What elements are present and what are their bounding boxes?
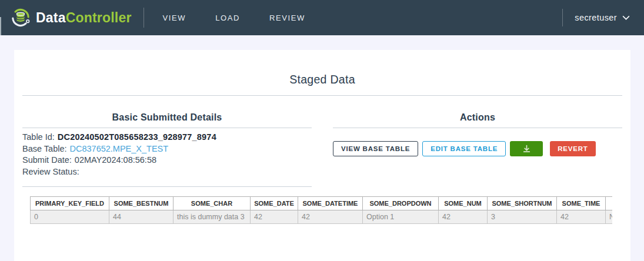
revert-button[interactable]: REVERT [550, 141, 595, 156]
column-header: __ [606, 196, 613, 210]
column-header: SOME_BESTNUM [109, 196, 173, 210]
column-header: SOME_DATE [251, 196, 298, 210]
page-title: Staged Data [22, 50, 622, 87]
actions-section: Actions VIEW BASE TABLE EDIT BASE TABLE … [333, 96, 622, 156]
detail-row-review-status: Review Status: [22, 166, 312, 178]
column-header: SOME_CHAR [173, 196, 251, 210]
navbar-divider [144, 8, 144, 28]
actions-heading: Actions [333, 111, 622, 123]
table-cell[interactable]: 42 [298, 210, 363, 223]
detail-row-submit-date: Submit Date:02MAY2024:08:56:58 [22, 155, 312, 166]
table-cell[interactable]: 0 [31, 210, 109, 223]
nav-item-review[interactable]: REVIEW [268, 11, 306, 25]
user-menu-trigger[interactable]: secretuser [575, 13, 630, 22]
detail-row-table-id: Table Id:DC20240502T085658233_928977_897… [22, 132, 312, 143]
column-header: SOME_NUM [439, 196, 488, 210]
two-column-section: Basic Submitted Details Table Id:DC20240… [22, 96, 622, 187]
submit-date-value: 02MAY2024:08:56:58 [75, 155, 156, 165]
table-header-row: PRIMARY_KEY_FIELDSOME_BESTNUMSOME_CHARSO… [31, 196, 613, 210]
staged-data-table-container: PRIMARY_KEY_FIELDSOME_BESTNUMSOME_CHARSO… [30, 196, 612, 224]
column-header: PRIMARY_KEY_FIELD [31, 196, 109, 210]
table-cell[interactable]: Option 1 [363, 210, 439, 223]
details-bottom-divider [22, 186, 312, 187]
detail-row-base-table: Base Table:DC837652.MPE_X_TEST [22, 143, 312, 155]
column-header: SOME_DROPDOWN [363, 196, 439, 210]
brand-home-link[interactable]: DataController [0, 8, 132, 28]
detail-label: Review Status: [22, 167, 79, 176]
database-sync-icon [11, 8, 31, 28]
view-base-table-button[interactable]: VIEW BASE TABLE [333, 141, 418, 156]
column-header: SOME_DATETIME [298, 196, 363, 210]
details-heading: Basic Submitted Details [22, 111, 312, 123]
content-card: Staged Data Basic Submitted Details Tabl… [14, 50, 630, 261]
nav-item-load[interactable]: LOAD [214, 11, 241, 25]
table-cell[interactable]: N [606, 210, 613, 223]
table-cell[interactable]: 42 [557, 210, 606, 223]
detail-label: Submit Date: [22, 155, 72, 165]
table-cell[interactable]: 42 [439, 210, 488, 223]
window-edge-line [0, 17, 1, 35]
table-cell[interactable]: this is dummy data 3 [173, 210, 251, 223]
details-list: Table Id:DC20240502T085658233_928977_897… [22, 132, 312, 178]
username-label: secretuser [575, 13, 617, 22]
table-cell[interactable]: 42 [251, 210, 298, 223]
base-table-link[interactable]: DC837652.MPE_X_TEST [70, 144, 169, 153]
download-button[interactable] [510, 141, 543, 156]
main-nav: VIEW LOAD REVIEW [162, 11, 306, 25]
actions-heading-divider [333, 128, 622, 128]
details-heading-divider [22, 128, 312, 128]
table-cell[interactable]: 44 [109, 210, 173, 223]
download-icon [522, 144, 532, 153]
navbar-user-divider [562, 9, 563, 26]
detail-label: Base Table: [22, 144, 67, 153]
detail-label: Table Id: [22, 132, 55, 142]
submitted-details-section: Basic Submitted Details Table Id:DC20240… [22, 96, 312, 187]
column-header: SOME_SHORTNUM [488, 196, 557, 210]
table-id-value: DC20240502T085658233_928977_8974 [58, 132, 216, 142]
nav-item-view[interactable]: VIEW [162, 11, 188, 25]
table-row: 044this is dummy data 34242Option 142342… [31, 210, 613, 223]
column-header: SOME_TIME [557, 196, 606, 210]
staged-data-table: PRIMARY_KEY_FIELDSOME_BESTNUMSOME_CHARSO… [30, 196, 612, 224]
top-navbar: DataController VIEW LOAD REVIEW secretus… [0, 0, 644, 35]
edit-base-table-button[interactable]: EDIT BASE TABLE [422, 141, 506, 156]
actions-button-row: VIEW BASE TABLE EDIT BASE TABLE REVERT [333, 141, 622, 156]
chevron-down-icon [622, 15, 630, 21]
table-cell[interactable]: 3 [488, 210, 557, 223]
brand-name: DataController [36, 10, 132, 26]
